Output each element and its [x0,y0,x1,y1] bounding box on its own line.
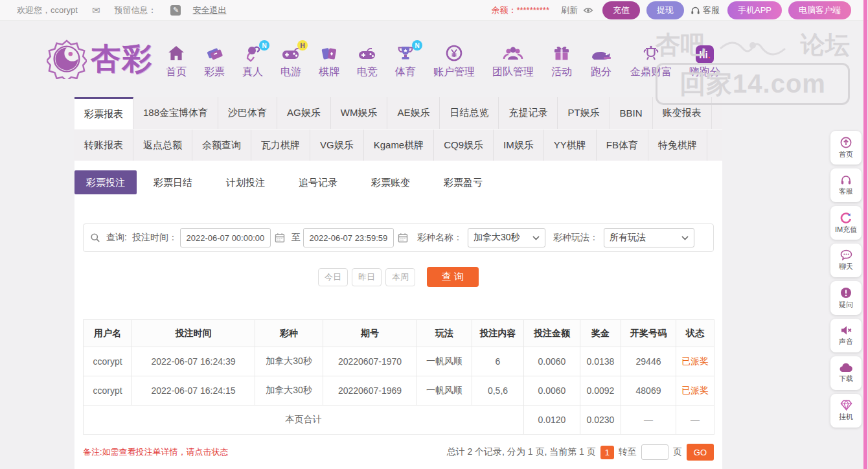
nav-item-paofen[interactable]: 跑分 [589,43,613,79]
nav-item-boardgames[interactable]: 棋牌 [319,43,339,79]
side-sound-button[interactable]: 声音 [830,319,862,352]
tab-wm[interactable]: WM娱乐 [331,97,388,129]
calendar-icon[interactable] [398,233,408,243]
tab-vg[interactable]: VG娱乐 [310,130,364,161]
tab-im[interactable]: IM娱乐 [494,130,544,161]
side-im-recharge-button[interactable]: IM充值 [830,206,862,240]
nav-item-egame[interactable]: H 电游 [280,43,301,79]
nav-item-activity[interactable]: 活动 [551,43,572,79]
nav-item-hipaofen[interactable]: hi. 嗨跑分 [689,43,720,79]
tab-ag[interactable]: AG娱乐 [277,97,331,129]
current-page-button[interactable]: 1 [600,446,614,459]
logout-link[interactable]: 安全退出 [192,5,226,16]
calendar-icon[interactable] [275,233,285,243]
play-type-select[interactable]: 所有玩法 [604,228,694,247]
total-prize: 0.0230 [580,406,621,435]
headset-icon [840,174,852,185]
withdraw-button[interactable]: 提现 [646,1,684,19]
side-home-button[interactable]: 首页 [830,131,862,165]
tab-wali[interactable]: 瓦力棋牌 [251,130,310,161]
page-unit-label: 页 [673,446,682,458]
tab-balance-query[interactable]: 余额查询 [192,130,251,161]
subtab-lottery-pnl[interactable]: 彩票盈亏 [427,170,499,194]
eye-icon[interactable] [583,6,593,15]
table-total-row: 本页合计 0.0120 0.0230 — — [84,406,714,435]
phoenix-emblem-icon [47,39,87,79]
this-week-button[interactable]: 本周 [385,268,415,286]
yesterday-button[interactable]: 昨日 [352,268,382,286]
mobile-app-button[interactable]: 手机APP [727,1,782,19]
brand-logo[interactable]: 杏彩 [47,39,153,79]
tab-bbin[interactable]: BBIN [610,97,653,129]
refresh-link[interactable]: 刷新 [561,5,578,16]
tab-cq9[interactable]: CQ9娱乐 [434,130,494,161]
tab-daily-summary[interactable]: 日结总览 [440,97,499,129]
gift-icon [552,43,571,63]
tab-deposit-withdraw-log[interactable]: 充提记录 [499,97,558,129]
tab-lottery-report[interactable]: 彩票报表 [74,97,133,129]
envelope-icon[interactable]: ✉ [92,5,100,16]
lottery-select[interactable]: 加拿大30秒 [468,228,545,247]
subtab-lottery-bets[interactable]: 彩票投注 [74,170,137,194]
cell-bet-amount: 0.0060 [524,376,580,406]
today-button[interactable]: 今日 [318,268,348,286]
status-link[interactable]: 已派奖 [676,376,714,406]
balance-label: 余额： [491,5,516,15]
tab-pt[interactable]: PT娱乐 [558,97,610,129]
cell-username: ccorypt [84,376,132,406]
nav-item-esports[interactable]: 电竞 [357,43,378,79]
subtab-lottery-daily[interactable]: 彩票日结 [137,170,209,194]
total-draw-dash: — [621,406,676,435]
tab-saba-sports[interactable]: 沙巴体育 [218,97,277,129]
recharge-button[interactable]: 充值 [602,1,640,19]
status-link[interactable]: 已派奖 [676,347,714,376]
topbar: 欢迎您，ccorypt ✉ 预留信息： ✎ 安全退出 余额：**********… [0,0,868,21]
subtab-chase-log[interactable]: 追号记录 [282,170,354,194]
tab-yy[interactable]: YY棋牌 [544,130,597,161]
side-download-button[interactable]: 下载 [830,356,862,390]
subtab-plan-bets[interactable]: 计划投注 [209,170,282,194]
tab-kgame[interactable]: Kgame棋牌 [364,130,435,161]
page-total-label: 本页合计 [84,406,524,435]
tab-tetu[interactable]: 特兔棋牌 [648,130,707,161]
cell-issue: 20220607-1969 [323,376,417,406]
play-type-label: 彩种玩法： [553,232,599,244]
pc-client-button[interactable]: 电脑客户端 [788,1,851,19]
tab-fb-sports[interactable]: FB体育 [597,130,648,161]
nav-item-sports[interactable]: N 体育 [395,43,416,79]
balance-masked-value: ********** [516,5,549,15]
report-tabs-row-2: 转账报表 返点总额 余额查询 瓦力棋牌 VG娱乐 Kgame棋牌 CQ9娱乐 I… [74,129,722,161]
side-autoplay-button[interactable]: 挂机 [830,394,862,428]
tab-account-change-report[interactable]: 账变报表 [653,97,712,129]
side-question-button[interactable]: 疑问 [830,281,862,315]
customer-service-label: 客服 [703,5,720,16]
col-play: 玩法 [417,320,472,347]
end-time-input[interactable] [303,228,394,247]
nav-item-account[interactable]: 账户管理 [433,43,475,79]
search-bar: 查询: 投注时间： 至 彩种名称： 加拿大30秒 彩种玩法： 所有玩法 [83,223,714,252]
page-goto-input[interactable] [641,444,668,460]
side-service-button[interactable]: 客服 [830,168,862,202]
start-time-input[interactable] [180,228,271,247]
nav-item-home[interactable]: 首页 [166,43,187,79]
go-button[interactable]: GO [687,444,714,461]
nav-item-live[interactable]: N 真人 [242,43,263,79]
quick-filter-row: 今日 昨日 本周 查 询 [74,267,722,287]
col-status: 状态 [676,320,714,347]
tab-transfer-report[interactable]: 转账报表 [74,130,133,161]
nav-item-team[interactable]: 团队管理 [492,43,534,79]
tab-rebate-total[interactable]: 返点总额 [133,130,192,161]
new-badge: N [412,40,422,51]
tab-ae[interactable]: AE娱乐 [387,97,440,129]
site-header: 杏彩 首页 彩票 N 真人 H 电游 [0,21,868,97]
customer-service-link[interactable]: 客服 [691,5,720,16]
pencil-icon[interactable]: ✎ [170,5,181,16]
subtab-lottery-account-change[interactable]: 彩票账变 [354,170,427,194]
hi-app-icon: hi. [696,43,714,63]
side-chat-button[interactable]: 聊天 [830,244,862,277]
reserved-info-label: 预留信息： [114,5,156,16]
tab-188-sports[interactable]: 188金宝博体育 [133,97,218,129]
query-submit-button[interactable]: 查 询 [427,267,479,287]
nav-item-lottery[interactable]: 彩票 [204,43,225,79]
nav-item-wealth[interactable]: 金鼎财富 [630,43,672,79]
